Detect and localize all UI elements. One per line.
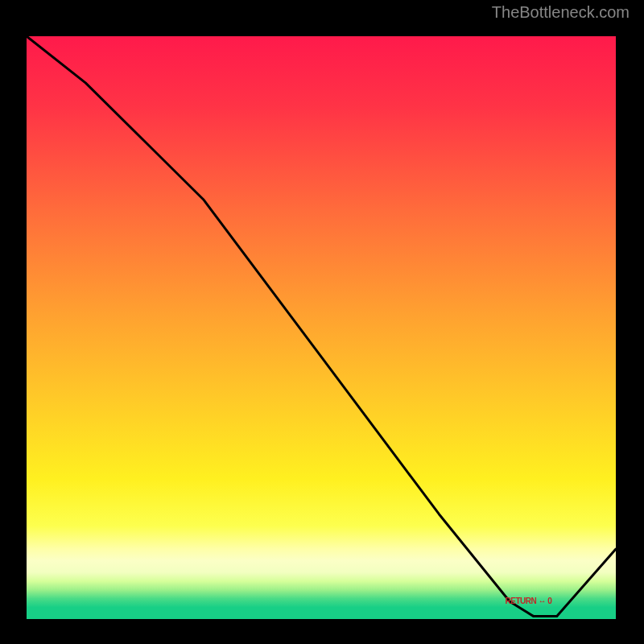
attribution-text: TheBottleneck.com [492,3,630,22]
bottleneck-curve [27,36,616,619]
plot-frame: RETURN ↔ 0 [14,24,630,631]
chart-container: TheBottleneck.com [0,0,644,644]
plot-area: RETURN ↔ 0 [27,36,616,619]
minima-annotation: RETURN ↔ 0 [506,597,552,605]
